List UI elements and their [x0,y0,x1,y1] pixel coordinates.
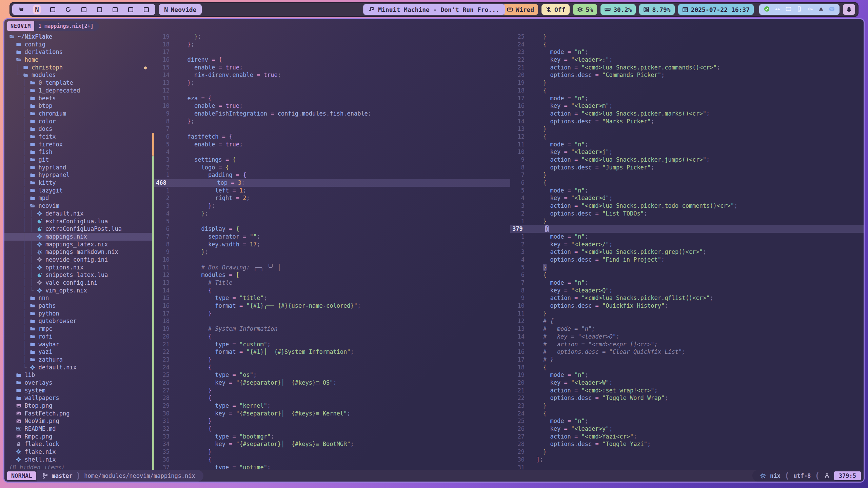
tree-item-rofi[interactable]: │ rofi [4,333,152,341]
left-pane-code-line[interactable]: 6 fastfetch = { [154,133,510,141]
right-pane-code-line[interactable]: 21 action = "<cmd>:set wrap!<cr>"; [510,387,864,394]
tree-item-qutebrowser[interactable]: │ qutebrowser [4,317,152,325]
tree-item-extraConfigLua.lua[interactable]: │ │ extraConfigLua.lua [4,218,152,225]
tree-item-fcitx[interactable]: │ fcitx [4,133,152,141]
workspace-square[interactable] [80,5,87,14]
tab-buffer-mappings-nix[interactable]: 1 mappings.nix[2+] [34,21,99,31]
tree-item-fish[interactable]: │ fish [4,148,152,156]
tree-item-python[interactable]: │ python [4,310,152,318]
tree-item-wallpapers[interactable]: wallpapers [4,394,152,402]
workspace-square[interactable] [111,5,119,14]
tree-item-mappings_latex.nix[interactable]: │ │ mappings_latex.nix [4,241,152,248]
left-pane-code-line[interactable]: 15 enable = true; [154,64,510,72]
left-pane-code-line[interactable]: 7 separator = ""; [154,233,510,241]
right-pane-code-line[interactable]: 6 { [510,271,864,279]
left-pane-code-line[interactable]: 10 [154,256,510,264]
left-pane-code-line[interactable]: 28 { [154,394,510,402]
tree-item-vale_config.ini[interactable]: │ │ vale_config.ini [4,279,152,287]
tree-item-shell.nix[interactable]: shell.nix [4,456,152,464]
left-pane-code-line[interactable]: 9 }; [154,248,510,256]
tree-item-Btop.png[interactable]: Btop.png [4,402,152,410]
left-pane-code-line[interactable]: 13 # Title [154,279,510,287]
stat-chip-bluetooth-off[interactable]: Off [541,4,570,15]
right-pane-code-line[interactable]: 14 # key = "<leader>Q"; [510,333,864,341]
stat-chip-disk[interactable]: 8.79% [639,4,674,15]
left-pane-code-line[interactable]: 37 type = "uptime"; [154,464,510,470]
left-pane-code-line[interactable]: 468 top = 3; [154,179,510,187]
right-pane-code-line[interactable]: 379 { [510,225,864,233]
right-pane-code-line[interactable]: 23 mode = "n"; [510,48,864,56]
right-pane-code-line[interactable]: 20 key = "<leader>W"; [510,379,864,387]
right-pane-code-line[interactable]: 22 options.desc = "Toggle Word Wrap"; [510,394,864,402]
tree-item-lazygit[interactable]: │ lazygit [4,187,152,195]
right-pane-code-line[interactable]: 20 options.desc = "Commands Picker"; [510,71,864,79]
left-pane-code-line[interactable]: 23 } [154,356,510,364]
tray-keyboard[interactable] [829,6,835,13]
left-pane-code-line[interactable]: 18 [154,317,510,325]
tree-item-git[interactable]: │ git [4,156,152,164]
tree-item-extraConfigLuaPost.lua[interactable]: │ │ extraConfigLuaPost.lua [4,225,152,233]
tree-item-nnn[interactable]: │ nnn [4,294,152,302]
left-pane-code-line[interactable]: 11 eza = { [154,95,510,102]
right-pane-code-line[interactable]: 25 mode = "n"; [510,417,864,425]
tree-item-chromium[interactable]: │ chromium [4,110,152,118]
left-pane-code-line[interactable]: 20 { [154,333,510,341]
left-pane-code-line[interactable]: 19 # System Information [154,325,510,333]
right-pane-code-line[interactable]: 24 { [510,410,864,418]
left-pane-code-line[interactable]: 2 right = 2; [154,194,510,202]
active-app-pill[interactable]: N Neovide [159,4,202,15]
right-pane-code-line[interactable]: 5 mode = "n"; [510,187,864,195]
tree-item-flake.nix[interactable]: flake.nix [4,448,152,456]
workspace-square[interactable] [127,5,134,14]
right-pane-code-line[interactable]: 18 { [510,87,864,95]
left-pane-code-line[interactable]: 27 } [154,387,510,394]
left-pane-code-line[interactable]: 4 }; [154,210,510,218]
right-pane-code-line[interactable]: 18 { [510,364,864,371]
tree-item-zathura[interactable]: │ zathura [4,356,152,364]
right-pane-code-line[interactable]: 8 key = "<leader>Q"; [510,287,864,294]
left-pane-code-line[interactable]: 12 [154,87,510,95]
tray-triangle[interactable] [818,6,824,13]
workspace-cat[interactable] [18,5,25,14]
tree-item-neovim[interactable]: │ neovim [4,202,152,210]
notification-bell-button[interactable] [843,4,855,15]
right-pane-code-line[interactable]: 16 key = "<leader>m"; [510,102,864,110]
right-pane-code-line[interactable]: 23 } [510,402,864,410]
workspace-square[interactable] [49,5,56,14]
left-pane-code-line[interactable]: 25 type = "os"; [154,371,510,379]
left-pane-code-line[interactable]: 17 } [154,310,510,318]
left-pane-code-line[interactable]: 15 type = "title"; [154,294,510,302]
right-pane-code-line[interactable]: 8 options.desc = "Jumps Picker"; [510,164,864,171]
tree-item-hyprpanel[interactable]: │ hyprpanel [4,171,152,179]
right-pane-code-line[interactable]: 11 } [510,310,864,318]
right-pane-code-line[interactable]: 19 mode = "n"; [510,371,864,379]
left-pane-code-line[interactable]: 19 }; [154,33,510,41]
left-pane-code-line[interactable]: 31 } [154,417,510,425]
left-pane-code-line[interactable]: 8 }; [154,118,510,125]
left-pane-code-line[interactable]: 12 modules = [ [154,271,510,279]
right-pane-code-line[interactable]: 3 action = "<cmd>lua Snacks.picker.todo_… [510,202,864,210]
tree-item-Rmpc.png[interactable]: Rmpc.png [4,433,152,441]
tree-item--8-hidden-items-[interactable]: (8 hidden items) [4,464,152,470]
left-pane-code-line[interactable]: 3 }; [154,202,510,210]
right-pane-code-line[interactable]: 7 mode = "n"; [510,279,864,287]
right-pane-code-line[interactable]: 3 action = "<cmd>lua Snacks.picker.grep(… [510,248,864,256]
right-pane-code-line[interactable]: 7 } [510,171,864,179]
right-pane-code-line[interactable]: 31 [510,464,864,470]
tree-item-paths[interactable]: │ paths [4,302,152,310]
tree-item-README.md[interactable]: README.md [4,425,152,433]
left-pane-code-line[interactable]: 21 type = "custom"; [154,341,510,348]
left-pane-code-line[interactable]: 17 [154,48,510,56]
tree-item-modules[interactable]: └ modules [4,71,152,79]
right-pane-code-line[interactable]: 30 ]; [510,456,864,464]
right-pane-code-line[interactable]: 5 } [510,264,864,271]
tree-item-config[interactable]: config [4,41,152,48]
left-pane-code-line[interactable]: 14 nix-direnv.enable = true; [154,71,510,79]
left-pane-code-line[interactable]: 36 { [154,456,510,464]
left-pane-code-line[interactable]: 1 padding = { [154,171,510,179]
right-pane-code-line[interactable]: 22 key = "<leader>:"; [510,56,864,64]
right-pane-code-line[interactable]: 4 key = "<leader>d"; [510,194,864,202]
tree-item-color[interactable]: │ color [4,118,152,125]
tree-item-NeoVim.png[interactable]: NeoVim.png [4,417,152,425]
stat-chip-cpu[interactable]: 5% [573,4,597,15]
